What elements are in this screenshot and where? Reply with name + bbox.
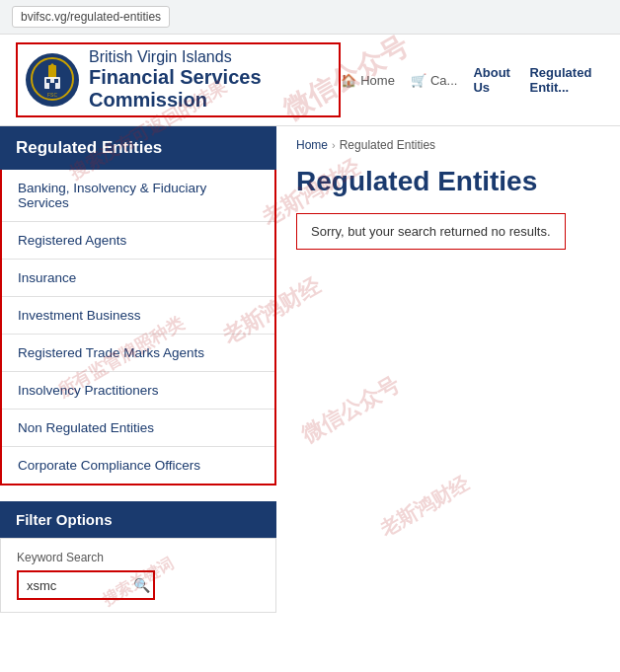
cart-icon: 🛒 <box>411 73 426 88</box>
logo-line2: Financial Services Commission <box>89 66 331 112</box>
filter-section: Filter Options Keyword Search 🔍 <box>0 501 276 613</box>
cart-nav-item[interactable]: 🛒 Ca... <box>411 73 457 88</box>
home-icon: 🏠 <box>341 73 356 88</box>
sidebar-item-insolvency[interactable]: Insolvency Practitioners <box>2 372 274 410</box>
home-label[interactable]: Home <box>360 73 395 88</box>
sidebar-title: Regulated Entities <box>0 126 276 170</box>
main-layout: Regulated Entities Banking, Insolvency &… <box>0 126 620 629</box>
breadcrumb-home[interactable]: Home <box>296 138 328 152</box>
sidebar-item-compliance[interactable]: Corporate Compliance Officers <box>2 447 274 484</box>
site-header: FSC British Virgin Islands Financial Ser… <box>0 35 620 126</box>
svg-rect-6 <box>49 83 55 89</box>
keyword-input[interactable] <box>19 573 127 598</box>
about-us-link[interactable]: About Us <box>473 65 513 95</box>
keyword-search-row: 🔍 <box>17 570 155 600</box>
header-navigation: 🏠 Home 🛒 Ca... About Us Regulated Entit.… <box>341 65 604 95</box>
url-display[interactable]: bvifsc.vg/regulated-entities <box>12 6 170 28</box>
logo-area: FSC British Virgin Islands Financial Ser… <box>16 42 341 117</box>
sidebar-menu: Banking, Insolvency & Fiduciary Services… <box>0 170 276 485</box>
breadcrumb: Home › Regulated Entities <box>296 138 596 152</box>
logo-line1: British Virgin Islands <box>89 48 331 66</box>
svg-text:FSC: FSC <box>47 92 57 98</box>
content-area: Home › Regulated Entities Regulated Enti… <box>276 126 620 629</box>
sidebar-item-banking[interactable]: Banking, Insolvency & Fiduciary Services <box>2 170 274 222</box>
filter-body: Keyword Search 🔍 <box>0 538 276 613</box>
svg-rect-1 <box>48 65 56 79</box>
sidebar-item-investment[interactable]: Investment Business <box>2 297 274 335</box>
home-nav-item[interactable]: 🏠 Home <box>341 73 395 88</box>
sidebar: Regulated Entities Banking, Insolvency &… <box>0 126 276 629</box>
keyword-label: Keyword Search <box>17 551 260 564</box>
sidebar-item-insurance[interactable]: Insurance <box>2 260 274 297</box>
svg-rect-5 <box>54 79 58 83</box>
filter-title: Filter Options <box>0 501 276 538</box>
sidebar-item-non-regulated[interactable]: Non Regulated Entities <box>2 410 274 447</box>
sidebar-item-registered-agents[interactable]: Registered Agents <box>2 222 274 260</box>
address-bar: bvifsc.vg/regulated-entities <box>0 0 620 35</box>
breadcrumb-current: Regulated Entities <box>340 138 435 152</box>
cart-label[interactable]: Ca... <box>430 73 457 88</box>
regulated-entities-link[interactable]: Regulated Entit... <box>529 65 604 95</box>
sidebar-item-trade-marks[interactable]: Registered Trade Marks Agents <box>2 335 274 372</box>
page-title: Regulated Entities <box>296 166 596 197</box>
logo-text: British Virgin Islands Financial Service… <box>89 48 331 112</box>
no-results-message: Sorry, but your search returned no resul… <box>296 213 566 250</box>
breadcrumb-separator: › <box>332 139 336 151</box>
logo-icon: FSC <box>31 57 74 104</box>
svg-rect-4 <box>46 79 50 83</box>
search-icon[interactable]: 🔍 <box>127 572 156 598</box>
logo-emblem: FSC <box>26 53 79 107</box>
